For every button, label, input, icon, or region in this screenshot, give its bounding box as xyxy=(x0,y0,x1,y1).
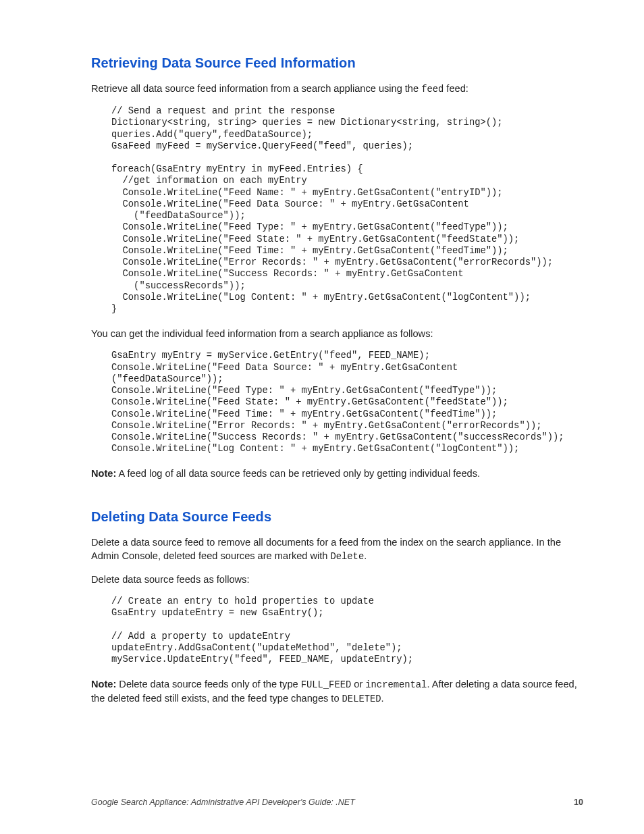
note-t4: . xyxy=(381,693,384,704)
note-label: Note: xyxy=(91,468,116,479)
inline-code-incremental: incremental xyxy=(365,680,427,690)
inline-code-deleted: DELETED xyxy=(342,694,381,704)
deleting-p2: Delete data source feeds as follows: xyxy=(91,573,583,586)
note-label: Note: xyxy=(91,679,116,689)
footer-page-number: 10 xyxy=(574,798,583,807)
note-t1: Delete data source feeds only of the typ… xyxy=(116,679,300,689)
heading-retrieving: Retrieving Data Source Feed Information xyxy=(91,55,583,71)
code-block-delete: // Create an entry to hold properties to… xyxy=(111,596,583,665)
intro-text-post: feed: xyxy=(444,83,468,94)
section-spacer xyxy=(91,490,583,509)
page-footer: Google Search Appliance: Administrative … xyxy=(91,798,583,807)
footer-title: Google Search Appliance: Administrative … xyxy=(91,798,355,807)
note-deleting: Note: Delete data source feeds only of t… xyxy=(91,677,583,706)
inline-code-delete: Delete xyxy=(331,552,365,562)
document-page: Retrieving Data Source Feed Information … xyxy=(0,0,644,834)
inline-code-feed: feed xyxy=(421,84,444,95)
note-t2: or xyxy=(351,679,365,689)
heading-deleting: Deleting Data Source Feeds xyxy=(91,509,583,525)
deleting-p1-post: . xyxy=(364,550,367,561)
note-retrieving: Note: A feed log of all data source feed… xyxy=(91,467,583,480)
deleting-p1-pre: Delete a data source feed to remove all … xyxy=(91,537,561,561)
intro-text-pre: Retrieve all data source feed informatio… xyxy=(91,83,421,94)
code-block-retrieve-one: GsaEntry myEntry = myService.GetEntry("f… xyxy=(111,350,583,454)
intro-paragraph: Retrieve all data source feed informatio… xyxy=(91,82,583,96)
code-block-retrieve-all: // Send a request and print the response… xyxy=(111,105,583,315)
inline-code-fullfeed: FULL_FEED xyxy=(301,680,352,690)
deleting-p1: Delete a data source feed to remove all … xyxy=(91,536,583,563)
note-text: A feed log of all data source feeds can … xyxy=(116,468,480,479)
mid-paragraph: You can get the individual feed informat… xyxy=(91,327,583,340)
